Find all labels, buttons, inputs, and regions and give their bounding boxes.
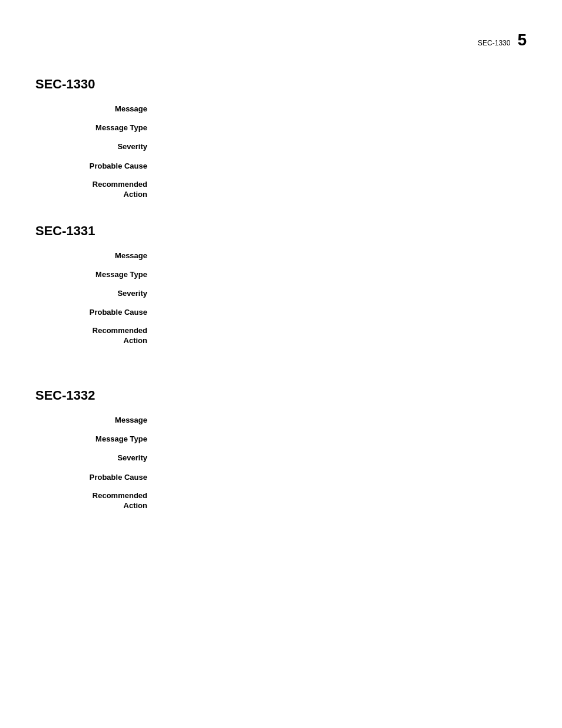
field-label-msgtype-1332: Message Type (35, 434, 159, 444)
field-row-msgtype-1330: Message Type (35, 123, 527, 133)
field-row-recaction-1330: RecommendedAction (35, 180, 527, 200)
field-value-recaction-1330 (159, 180, 527, 200)
field-row-recaction-1331: RecommendedAction (35, 326, 527, 346)
field-row-severity-1330: Severity (35, 141, 527, 152)
section-divider (35, 370, 527, 370)
field-label-msgtype-1330: Message Type (35, 123, 159, 133)
field-label-message-1330: Message (35, 104, 159, 114)
section-sec-1330: SEC-1330 Message Message Type Severity P… (35, 77, 527, 200)
page-header-number: 5 (517, 31, 527, 50)
field-value-message-1332 (159, 415, 527, 426)
field-value-message-1331 (159, 251, 527, 261)
field-row-msgtype-1332: Message Type (35, 434, 527, 444)
field-label-severity-1332: Severity (35, 453, 159, 463)
field-label-probcause-1330: Probable Cause (35, 161, 159, 172)
field-value-probcause-1331 (159, 307, 527, 318)
page-header: SEC-1330 5 (478, 31, 527, 50)
field-value-probcause-1332 (159, 472, 527, 483)
field-row-message-1332: Message (35, 415, 527, 426)
field-row-probcause-1331: Probable Cause (35, 307, 527, 318)
field-value-probcause-1330 (159, 161, 527, 172)
field-label-probcause-1331: Probable Cause (35, 307, 159, 318)
field-value-severity-1331 (159, 288, 527, 299)
field-value-recaction-1332 (159, 491, 527, 511)
field-label-recaction-1331: RecommendedAction (35, 326, 159, 346)
field-value-message-1330 (159, 104, 527, 114)
field-label-msgtype-1331: Message Type (35, 269, 159, 280)
field-label-severity-1330: Severity (35, 141, 159, 152)
field-label-message-1331: Message (35, 251, 159, 261)
field-value-severity-1330 (159, 141, 527, 152)
field-value-msgtype-1331 (159, 269, 527, 280)
field-label-severity-1331: Severity (35, 288, 159, 299)
field-label-probcause-1332: Probable Cause (35, 472, 159, 483)
section-title-1330: SEC-1330 (35, 77, 527, 92)
section-sec-1331: SEC-1331 Message Message Type Severity P… (35, 223, 527, 347)
page-header-label: SEC-1330 (478, 39, 510, 47)
section-sec-1332: SEC-1332 Message Message Type Severity P… (35, 388, 527, 511)
field-row-message-1330: Message (35, 104, 527, 114)
page-content: SEC-1330 Message Message Type Severity P… (0, 0, 562, 570)
section-title-1331: SEC-1331 (35, 223, 527, 239)
field-row-recaction-1332: RecommendedAction (35, 491, 527, 511)
field-value-msgtype-1330 (159, 123, 527, 133)
field-label-recaction-1332: RecommendedAction (35, 491, 159, 511)
field-value-recaction-1331 (159, 326, 527, 346)
field-row-probcause-1332: Probable Cause (35, 472, 527, 483)
section-title-1332: SEC-1332 (35, 388, 527, 403)
field-row-severity-1332: Severity (35, 453, 527, 463)
field-row-severity-1331: Severity (35, 288, 527, 299)
field-row-message-1331: Message (35, 251, 527, 261)
field-value-msgtype-1332 (159, 434, 527, 444)
field-value-severity-1332 (159, 453, 527, 463)
field-row-msgtype-1331: Message Type (35, 269, 527, 280)
field-row-probcause-1330: Probable Cause (35, 161, 527, 172)
field-label-message-1332: Message (35, 415, 159, 426)
field-label-recaction-1330: RecommendedAction (35, 180, 159, 200)
